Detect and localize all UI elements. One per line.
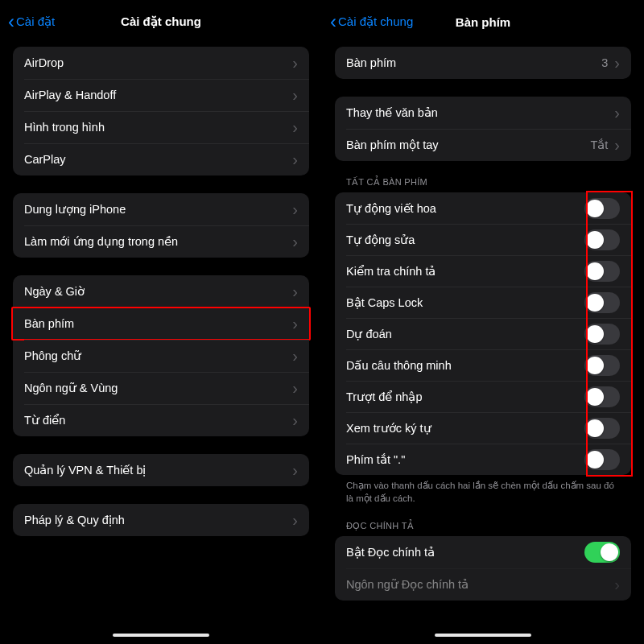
home-indicator[interactable] [435, 634, 531, 637]
chevron-right-icon: › [292, 201, 298, 217]
row-airplay-handoff[interactable]: AirPlay & Handoff › [13, 79, 309, 111]
row-vpn-device[interactable]: Quản lý VPN & Thiết bị › [13, 454, 309, 486]
row-dictionary[interactable]: Từ điển › [13, 404, 309, 436]
row-slide-to-type[interactable]: Trượt để nhập [335, 381, 631, 412]
back-label: Cài đặt chung [338, 14, 413, 29]
chevron-right-icon: › [292, 462, 298, 478]
chevron-right-icon: › [292, 233, 298, 250]
home-indicator[interactable] [113, 634, 209, 637]
group-vpn: Quản lý VPN & Thiết bị › [13, 454, 309, 486]
section-all-keyboards: TẤT CẢ BÀN PHÍM [346, 177, 631, 188]
group-connectivity: AirDrop › AirPlay & Handoff › Hình trong… [13, 47, 309, 175]
row-legal[interactable]: Pháp lý & Quy định › [13, 504, 309, 536]
row-dictation-languages[interactable]: Ngôn ngữ Đọc chính tả › [335, 568, 631, 601]
group-text: Thay thế văn bản › Bàn phím một tay Tắt … [335, 97, 631, 161]
group-legal: Pháp lý & Quy định › [13, 504, 309, 536]
back-button-right[interactable]: ‹ Cài đặt chung [330, 12, 413, 31]
chevron-right-icon: › [614, 105, 620, 121]
row-carplay[interactable]: CarPlay › [13, 143, 309, 175]
row-one-handed[interactable]: Bàn phím một tay Tắt › [335, 129, 631, 161]
toggle-period-shortcut[interactable] [584, 449, 620, 470]
row-fonts[interactable]: Phông chữ › [13, 340, 309, 372]
chevron-left-icon: ‹ [330, 12, 336, 31]
footer-period: Chạm vào thanh dấu cách hai lần sẽ chèn … [346, 480, 620, 505]
chevron-right-icon: › [292, 512, 298, 528]
row-keyboard[interactable]: Bàn phím › [13, 308, 309, 340]
chevron-right-icon: › [292, 283, 298, 299]
row-period-shortcut[interactable]: Phím tắt "." [335, 444, 631, 475]
chevron-right-icon: › [292, 316, 298, 332]
row-language-region[interactable]: Ngôn ngữ & Vùng › [13, 372, 309, 404]
row-predictive[interactable]: Dự đoán [335, 318, 631, 349]
row-character-preview[interactable]: Xem trước ký tự [335, 412, 631, 444]
row-keyboards[interactable]: Bàn phím 3 › [335, 47, 631, 79]
phone-right: ‹ Cài đặt chung Bàn phím Bàn phím 3 › Th… [325, 3, 641, 641]
navbar-left: ‹ Cài đặt Cài đặt chung [3, 3, 319, 40]
scroll-right: Bàn phím 3 › Thay thế văn bản › Bàn phím… [325, 40, 641, 641]
group-all-keyboards: Tự động viết hoa Tự động sửa Kiểm tra ch… [335, 192, 631, 475]
page-title-left: Cài đặt chung [121, 14, 201, 29]
row-enable-dictation[interactable]: Bật Đọc chính tả [335, 536, 631, 568]
chevron-right-icon: › [292, 348, 298, 364]
group-keyboards: Bàn phím 3 › [335, 47, 631, 79]
row-airdrop[interactable]: AirDrop › [13, 47, 309, 79]
chevron-right-icon: › [292, 151, 298, 167]
chevron-right-icon: › [614, 137, 620, 153]
chevron-right-icon: › [292, 412, 298, 428]
row-date-time[interactable]: Ngày & Giờ › [13, 275, 309, 308]
toggle-smart-punctuation[interactable] [584, 355, 620, 376]
one-handed-value: Tắt [590, 138, 608, 151]
toggle-auto-capitalize[interactable] [584, 198, 620, 219]
toggle-spell-check[interactable] [584, 261, 620, 282]
navbar-right: ‹ Cài đặt chung Bàn phím [325, 3, 641, 40]
row-smart-punctuation[interactable]: Dấu câu thông minh [335, 349, 631, 381]
back-label: Cài đặt [16, 14, 55, 29]
keyboards-count: 3 [601, 56, 608, 69]
row-picture-in-picture[interactable]: Hình trong hình › [13, 111, 309, 143]
chevron-right-icon: › [292, 55, 298, 71]
chevron-right-icon: › [292, 119, 298, 135]
row-caps-lock[interactable]: Bật Caps Lock [335, 287, 631, 318]
chevron-right-icon: › [292, 380, 298, 396]
phone-left: ‹ Cài đặt Cài đặt chung AirDrop › AirPla… [3, 3, 319, 641]
row-auto-correct[interactable]: Tự động sửa [335, 224, 631, 255]
group-storage: Dung lượng iPhone › Làm mới ứng dụng tro… [13, 193, 309, 258]
section-dictation: ĐỌC CHÍNH TẢ [346, 521, 631, 531]
row-background-refresh[interactable]: Làm mới ứng dụng trong nền › [13, 225, 309, 258]
row-iphone-storage[interactable]: Dung lượng iPhone › [13, 193, 309, 225]
back-button-left[interactable]: ‹ Cài đặt [8, 12, 55, 31]
toggle-enable-dictation[interactable] [584, 542, 620, 563]
toggle-caps-lock[interactable] [584, 292, 620, 313]
toggle-predictive[interactable] [584, 324, 620, 345]
toggle-slide-to-type[interactable] [584, 386, 620, 407]
toggle-auto-correct[interactable] [584, 229, 620, 250]
page-title-right: Bàn phím [456, 15, 510, 29]
row-text-replacement[interactable]: Thay thế văn bản › [335, 97, 631, 129]
group-locale: Ngày & Giờ › Bàn phím › Phông chữ › Ngôn… [13, 275, 309, 436]
chevron-left-icon: ‹ [8, 12, 14, 31]
row-spell-check[interactable]: Kiểm tra chính tả [335, 255, 631, 287]
toggle-character-preview[interactable] [584, 418, 620, 439]
chevron-right-icon: › [292, 87, 298, 103]
chevron-right-icon: › [614, 576, 620, 592]
row-auto-capitalize[interactable]: Tự động viết hoa [335, 192, 631, 224]
chevron-right-icon: › [614, 55, 620, 71]
scroll-left: AirDrop › AirPlay & Handoff › Hình trong… [3, 40, 319, 641]
group-dictation: Bật Đọc chính tả Ngôn ngữ Đọc chính tả › [335, 536, 631, 601]
